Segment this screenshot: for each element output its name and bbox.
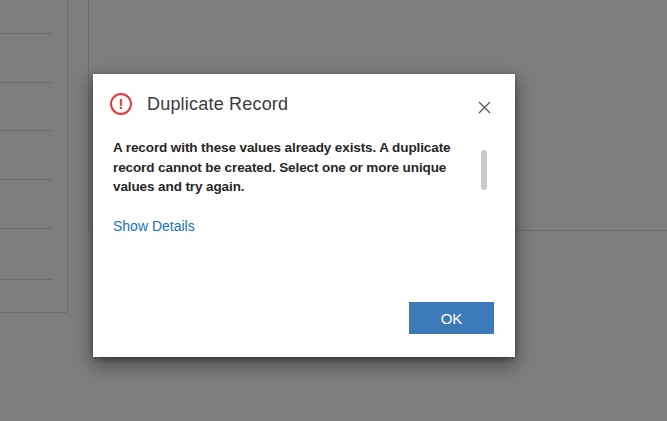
dimmed-page-overlay: ! Duplicate Record A record with these v…: [0, 0, 667, 421]
duplicate-record-dialog: ! Duplicate Record A record with these v…: [93, 74, 515, 357]
background-row-separator: [0, 82, 52, 83]
background-row-separator: [0, 33, 52, 34]
dialog-header: ! Duplicate Record: [110, 93, 288, 115]
background-left-panel-border: [67, 0, 68, 312]
background-row-separator: [0, 279, 52, 280]
background-row-separator: [0, 130, 52, 131]
close-icon: [478, 101, 491, 114]
background-row-separator: [0, 228, 52, 229]
background-content-left-border: [88, 0, 89, 230]
background-left-panel-bottom-border: [0, 312, 67, 313]
ok-button[interactable]: OK: [409, 302, 494, 334]
dialog-scrollbar-thumb[interactable]: [481, 150, 487, 190]
background-row-separator: [0, 179, 52, 180]
close-button[interactable]: [476, 99, 492, 115]
error-exclamation-icon: !: [110, 93, 132, 115]
error-message-text: A record with these values already exist…: [113, 138, 450, 197]
dialog-title: Duplicate Record: [147, 94, 288, 115]
show-details-link[interactable]: Show Details: [113, 218, 195, 234]
